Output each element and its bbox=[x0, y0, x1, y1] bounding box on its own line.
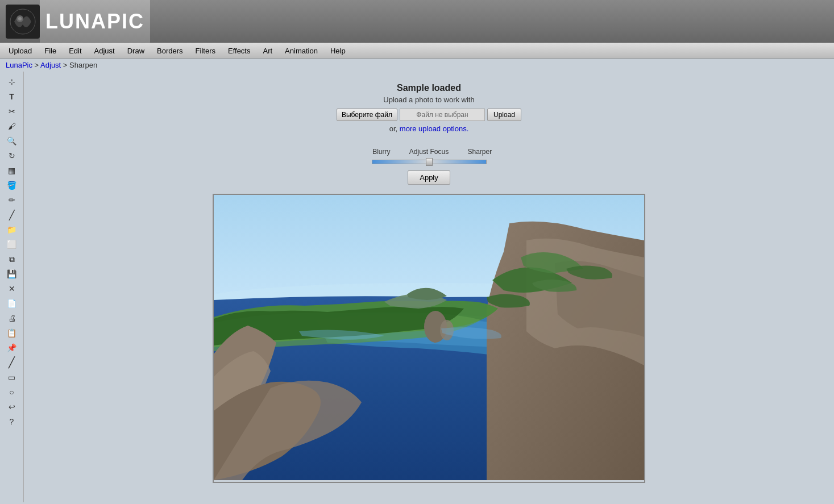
rotate-tool[interactable]: ↻ bbox=[3, 149, 20, 163]
nav-help[interactable]: Help bbox=[324, 44, 352, 57]
scissors-tool[interactable]: ✂ bbox=[3, 105, 20, 118]
nav-file[interactable]: File bbox=[38, 44, 63, 57]
ellipse-tool[interactable]: ○ bbox=[3, 385, 20, 399]
grid-tool[interactable]: ▦ bbox=[3, 164, 20, 177]
eyedropper-tool[interactable]: ✏ bbox=[3, 193, 20, 207]
file-choose-button[interactable]: Выберите файл bbox=[337, 109, 397, 121]
main-layout: ⊹ T ✂ 🖌 🔍 ↻ ▦ 🪣 ✏ ╱ 📁 ⬜ ⧉ 💾 ✕ 📄 🖨 📋 📌 ╱ … bbox=[0, 72, 834, 502]
nav-adjust[interactable]: Adjust bbox=[88, 44, 121, 57]
nav-edit[interactable]: Edit bbox=[63, 44, 88, 57]
apply-button[interactable]: Apply bbox=[408, 170, 450, 185]
nav-art[interactable]: Art bbox=[256, 44, 279, 57]
adjust-focus-label: Adjust Focus bbox=[395, 148, 463, 156]
sharper-label: Sharper bbox=[463, 148, 532, 156]
folder-tool[interactable]: 📁 bbox=[3, 223, 20, 236]
fill-tool[interactable]: 🪣 bbox=[3, 178, 20, 192]
header: LUNAPIC bbox=[0, 0, 834, 43]
paste-tool[interactable]: 📌 bbox=[3, 341, 20, 355]
close-tool[interactable]: ✕ bbox=[3, 282, 20, 295]
slider-thumb[interactable] bbox=[426, 158, 433, 166]
breadcrumb-lunapic[interactable]: LunaPic bbox=[6, 61, 32, 69]
zoom-tool[interactable]: 🔍 bbox=[3, 134, 20, 148]
file-name-display: Файл не выбран bbox=[400, 109, 485, 121]
breadcrumb: LunaPic > Adjust > Sharpen bbox=[0, 59, 834, 72]
upload-panel: Sample loaded Upload a photo to work wit… bbox=[337, 83, 521, 138]
move-tool[interactable]: ⊹ bbox=[3, 75, 20, 89]
nav-draw[interactable]: Draw bbox=[121, 44, 151, 57]
upload-row: Выберите файл Файл не выбран Upload bbox=[337, 109, 521, 121]
upload-button[interactable]: Upload bbox=[487, 109, 521, 121]
breadcrumb-sep1: > bbox=[32, 61, 40, 69]
slider-right-track bbox=[433, 160, 487, 164]
content-area: Sample loaded Upload a photo to work wit… bbox=[24, 72, 834, 502]
clone-tool[interactable]: ⧉ bbox=[3, 252, 20, 266]
toolbar: ⊹ T ✂ 🖌 🔍 ↻ ▦ 🪣 ✏ ╱ 📁 ⬜ ⧉ 💾 ✕ 📄 🖨 📋 📌 ╱ … bbox=[0, 72, 24, 502]
upload-title: Sample loaded bbox=[337, 83, 521, 93]
copy-tool[interactable]: 📋 bbox=[3, 326, 20, 340]
image-container bbox=[213, 194, 645, 483]
more-options-link[interactable]: more upload options. bbox=[400, 124, 468, 133]
upload-subtitle: Upload a photo to work with bbox=[337, 95, 521, 104]
text-tool[interactable]: T bbox=[3, 90, 20, 103]
nav-filters[interactable]: Filters bbox=[189, 44, 222, 57]
sharpen-labels: Blurry Adjust Focus Sharper bbox=[327, 148, 532, 156]
lunapic-logo-icon bbox=[6, 5, 40, 39]
logo-area: LUNAPIC bbox=[6, 0, 150, 43]
breadcrumb-current: Sharpen bbox=[69, 61, 97, 69]
svg-point-2 bbox=[18, 17, 22, 20]
new-tool[interactable]: 📄 bbox=[3, 297, 20, 310]
save-tool[interactable]: 💾 bbox=[3, 267, 20, 281]
rect-tool[interactable]: ▭ bbox=[3, 370, 20, 384]
eraser-tool[interactable]: ⬜ bbox=[3, 238, 20, 251]
line-tool[interactable]: ╱ bbox=[3, 356, 20, 369]
help-tool[interactable]: ? bbox=[3, 415, 20, 428]
nav-effects[interactable]: Effects bbox=[222, 44, 257, 57]
logo-text: LUNAPIC bbox=[40, 0, 150, 43]
slider-left-track bbox=[372, 160, 426, 164]
navbar: Upload File Edit Adjust Draw Borders Fil… bbox=[0, 43, 834, 59]
print-tool[interactable]: 🖨 bbox=[3, 311, 20, 325]
nav-upload[interactable]: Upload bbox=[2, 44, 38, 57]
nav-borders[interactable]: Borders bbox=[151, 44, 189, 57]
sharpen-slider-row bbox=[372, 158, 487, 166]
blurry-label: Blurry bbox=[327, 148, 395, 156]
sharpen-control: Blurry Adjust Focus Sharper Apply bbox=[327, 148, 532, 185]
or-text: or, more upload options. bbox=[337, 124, 521, 133]
nav-animation[interactable]: Animation bbox=[279, 44, 324, 57]
paint-tool[interactable]: 🖌 bbox=[3, 119, 20, 133]
sample-image bbox=[214, 195, 644, 480]
breadcrumb-adjust[interactable]: Adjust bbox=[40, 61, 61, 69]
pencil-tool[interactable]: ╱ bbox=[3, 208, 20, 222]
breadcrumb-sep2: > bbox=[61, 61, 69, 69]
undo-tool[interactable]: ↩ bbox=[3, 400, 20, 414]
